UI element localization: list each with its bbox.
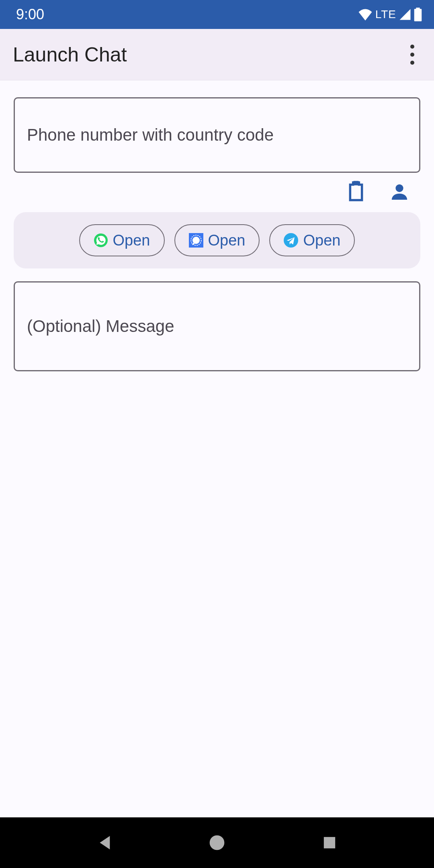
svg-point-7 xyxy=(210,835,225,850)
battery-icon xyxy=(414,8,422,21)
circle-home-icon xyxy=(209,835,225,851)
telegram-icon xyxy=(284,233,298,248)
page-title: Launch Chat xyxy=(13,43,127,66)
input-action-row xyxy=(14,173,420,212)
triangle-back-icon xyxy=(97,835,112,851)
chip-label: Open xyxy=(208,232,246,249)
clipboard-icon xyxy=(347,181,365,202)
status-icons: LTE xyxy=(358,8,422,21)
message-input[interactable]: (Optional) Message xyxy=(14,281,420,371)
svg-point-1 xyxy=(395,184,403,192)
network-type: LTE xyxy=(375,8,396,21)
app-bar: Launch Chat xyxy=(0,29,434,80)
whatsapp-icon xyxy=(94,233,108,248)
open-signal-button[interactable]: Open xyxy=(174,224,260,256)
status-bar: 9:00 LTE xyxy=(0,0,434,29)
svg-point-5 xyxy=(192,237,200,244)
nav-home-button[interactable] xyxy=(208,833,226,852)
svg-rect-8 xyxy=(324,837,335,848)
square-recents-icon xyxy=(323,836,336,850)
main-content: Phone number with country code Open xyxy=(0,80,434,371)
status-time: 9:00 xyxy=(16,6,44,23)
nav-back-button[interactable] xyxy=(95,833,114,852)
person-icon xyxy=(390,182,409,201)
message-placeholder: (Optional) Message xyxy=(27,317,174,336)
svg-point-6 xyxy=(284,233,298,248)
open-button-row: Open Open Open xyxy=(14,212,420,268)
paste-button[interactable] xyxy=(346,182,366,201)
open-whatsapp-button[interactable]: Open xyxy=(79,224,165,256)
overflow-menu-button[interactable] xyxy=(404,45,420,65)
phone-placeholder: Phone number with country code xyxy=(27,125,274,145)
contact-button[interactable] xyxy=(390,182,409,201)
chip-label: Open xyxy=(113,232,150,249)
system-nav-bar xyxy=(0,817,434,868)
chip-label: Open xyxy=(303,232,340,249)
wifi-icon xyxy=(358,8,373,20)
cell-signal-icon xyxy=(399,8,411,20)
phone-number-input[interactable]: Phone number with country code xyxy=(14,97,420,173)
signal-icon xyxy=(189,233,203,248)
open-telegram-button[interactable]: Open xyxy=(269,224,355,256)
svg-rect-0 xyxy=(353,181,359,185)
nav-recents-button[interactable] xyxy=(320,833,339,852)
